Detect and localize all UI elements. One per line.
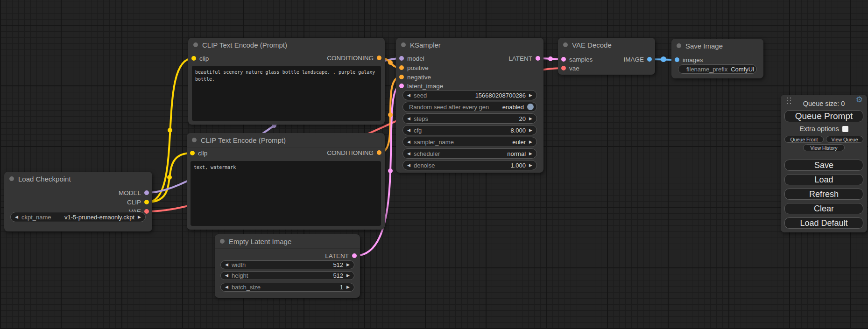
input-clip[interactable]: clip — [190, 148, 207, 158]
random-seed-toggle-widget[interactable]: Random seed after every gen enabled — [402, 102, 537, 112]
model-port-icon[interactable] — [144, 190, 149, 195]
input-clip[interactable]: clip — [191, 54, 209, 63]
output-conditioning[interactable]: CONDITIONING — [327, 148, 381, 157]
node-title-bar[interactable]: Save Image — [671, 39, 763, 53]
node-title-bar[interactable]: CLIP Text Encode (Prompt) — [188, 38, 385, 52]
increment-arrow-icon[interactable]: ▶ — [529, 140, 532, 144]
seed-widget[interactable]: ◀ seed 156680208700286 ▶ — [402, 90, 537, 100]
decrement-arrow-icon[interactable]: ◀ — [225, 263, 228, 267]
input-vae[interactable]: vae — [561, 63, 579, 73]
collapse-dot-icon[interactable] — [192, 138, 197, 142]
node-title-bar[interactable]: KSampler — [396, 38, 543, 52]
settings-gear-icon[interactable]: ⚙ — [856, 95, 863, 105]
view-history-button[interactable]: View History — [803, 144, 845, 151]
node-ksampler[interactable]: KSampler model positive negative latent_… — [396, 38, 543, 173]
decrement-arrow-icon[interactable]: ◀ — [407, 152, 410, 156]
input-latent-image[interactable]: latent_image — [399, 81, 443, 91]
width-widget[interactable]: ◀ width 512 ▶ — [220, 260, 354, 269]
increment-arrow-icon[interactable]: ▶ — [138, 215, 141, 219]
refresh-button[interactable]: Refresh — [784, 189, 863, 200]
toggle-knob-icon[interactable] — [527, 104, 534, 110]
collapse-dot-icon[interactable] — [563, 42, 568, 47]
output-clip[interactable]: CLIP — [127, 197, 149, 207]
input-negative[interactable]: negative — [399, 72, 431, 82]
decrement-arrow-icon[interactable]: ◀ — [407, 117, 410, 121]
increment-arrow-icon[interactable]: ▶ — [529, 93, 532, 98]
increment-arrow-icon[interactable]: ▶ — [346, 285, 350, 289]
queue-front-button[interactable]: Queue Front — [784, 136, 824, 143]
node-clip-text-encode-positive[interactable]: CLIP Text Encode (Prompt) clip CONDITION… — [188, 38, 385, 125]
input-samples[interactable]: samples — [561, 55, 593, 64]
prompt-textarea[interactable]: text, watermark — [191, 161, 381, 226]
input-model[interactable]: model — [399, 54, 424, 63]
node-save-image[interactable]: Save Image images filename_prefix ComfyU… — [671, 39, 763, 78]
node-title-bar[interactable]: CLIP Text Encode (Prompt) — [187, 133, 385, 147]
output-conditioning[interactable]: CONDITIONING — [327, 53, 381, 63]
conditioning-port-icon[interactable] — [399, 75, 404, 79]
output-latent[interactable]: LATENT — [325, 251, 357, 260]
node-graph-canvas[interactable]: Load Checkpoint MODEL CLIP VAE ◀ ckpt_na… — [0, 0, 868, 329]
latent-port-icon[interactable] — [399, 84, 404, 88]
save-button[interactable]: Save — [784, 160, 863, 171]
latent-port-icon[interactable] — [536, 56, 540, 61]
output-latent[interactable]: LATENT — [508, 54, 540, 63]
collapse-dot-icon[interactable] — [9, 176, 14, 181]
output-image[interactable]: IMAGE — [623, 55, 652, 64]
increment-arrow-icon[interactable]: ▶ — [529, 128, 532, 133]
load-default-button[interactable]: Load Default — [784, 217, 863, 229]
sampler-name-widget[interactable]: ◀ sampler_name euler ▶ — [402, 137, 537, 147]
queue-prompt-button[interactable]: Queue Prompt — [784, 110, 863, 122]
batch-size-widget[interactable]: ◀ batch_size 1 ▶ — [220, 283, 354, 292]
prompt-textarea[interactable]: beautiful scenery nature glass bottle la… — [192, 66, 381, 121]
increment-arrow-icon[interactable]: ▶ — [529, 117, 532, 121]
increment-arrow-icon[interactable]: ▶ — [346, 273, 350, 278]
conditioning-port-icon[interactable] — [377, 56, 381, 60]
collapse-dot-icon[interactable] — [401, 42, 406, 47]
vae-port-icon[interactable] — [561, 66, 566, 70]
image-port-icon[interactable] — [675, 57, 679, 62]
scheduler-widget[interactable]: ◀ scheduler normal ▶ — [402, 148, 537, 159]
denoise-widget[interactable]: ◀ denoise 1.000 ▶ — [402, 160, 537, 170]
decrement-arrow-icon[interactable]: ◀ — [225, 285, 228, 289]
node-clip-text-encode-negative[interactable]: CLIP Text Encode (Prompt) clip CONDITION… — [187, 133, 385, 230]
node-title-bar[interactable]: Load Checkpoint — [4, 172, 152, 186]
filename-prefix-widget[interactable]: filename_prefix ComfyUI — [678, 64, 757, 74]
node-vae-decode[interactable]: VAE Decode samples vae IMAGE — [558, 38, 655, 75]
decrement-arrow-icon[interactable]: ◀ — [407, 163, 410, 168]
decrement-arrow-icon[interactable]: ◀ — [407, 140, 410, 144]
collapse-dot-icon[interactable] — [193, 42, 198, 47]
queue-panel[interactable]: Queue size: 0 ⚙ Queue Prompt Extra optio… — [781, 95, 867, 232]
clip-port-icon[interactable] — [190, 151, 195, 155]
latent-port-icon[interactable] — [561, 57, 566, 62]
clip-port-icon[interactable] — [144, 200, 149, 204]
conditioning-port-icon[interactable] — [377, 150, 381, 155]
output-model[interactable]: MODEL — [119, 188, 149, 197]
model-port-icon[interactable] — [399, 56, 404, 61]
clear-button[interactable]: Clear — [784, 203, 863, 214]
height-widget[interactable]: ◀ height 512 ▶ — [220, 271, 354, 280]
latent-port-icon[interactable] — [352, 253, 357, 258]
steps-widget[interactable]: ◀ steps 20 ▶ — [402, 113, 537, 124]
collapse-dot-icon[interactable] — [220, 239, 225, 244]
decrement-arrow-icon[interactable]: ◀ — [15, 215, 18, 219]
increment-arrow-icon[interactable]: ▶ — [529, 152, 532, 156]
decrement-arrow-icon[interactable]: ◀ — [407, 128, 410, 133]
conditioning-port-icon[interactable] — [399, 65, 404, 70]
node-title-bar[interactable]: VAE Decode — [558, 38, 655, 52]
cfg-widget[interactable]: ◀ cfg 8.000 ▶ — [402, 125, 537, 135]
image-port-icon[interactable] — [647, 57, 652, 62]
decrement-arrow-icon[interactable]: ◀ — [407, 93, 410, 98]
input-images[interactable]: images — [675, 55, 703, 64]
vae-port-icon[interactable] — [144, 209, 149, 214]
increment-arrow-icon[interactable]: ▶ — [346, 263, 350, 267]
node-load-checkpoint[interactable]: Load Checkpoint MODEL CLIP VAE ◀ ckpt_na… — [4, 172, 152, 231]
decrement-arrow-icon[interactable]: ◀ — [225, 273, 228, 278]
collapse-dot-icon[interactable] — [677, 43, 681, 48]
ckpt-name-widget[interactable]: ◀ ckpt_name v1-5-pruned-emaonly.ckpt ▶ — [10, 212, 146, 222]
load-button[interactable]: Load — [784, 174, 863, 185]
node-title-bar[interactable]: Empty Latent Image — [215, 234, 360, 249]
node-empty-latent-image[interactable]: Empty Latent Image LATENT ◀ width 512 ▶ … — [215, 234, 360, 298]
increment-arrow-icon[interactable]: ▶ — [529, 163, 532, 168]
clip-port-icon[interactable] — [191, 56, 196, 61]
extra-options-checkbox[interactable] — [842, 126, 848, 132]
